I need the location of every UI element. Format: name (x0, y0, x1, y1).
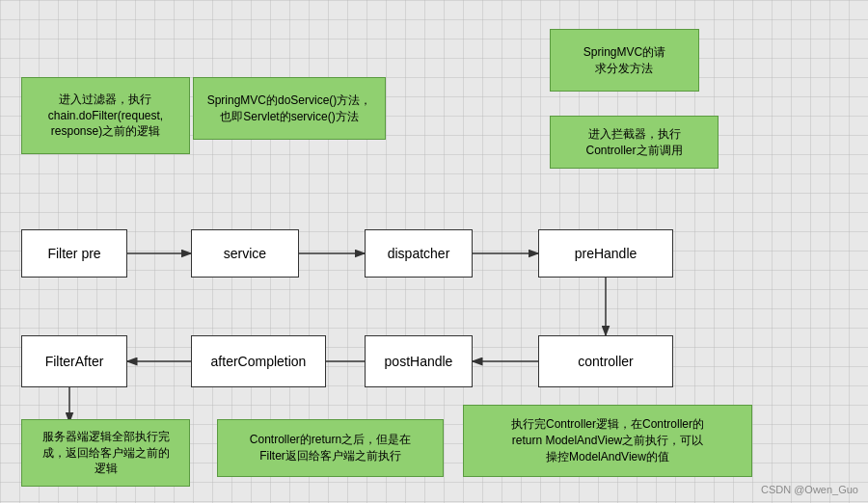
filter-pre-note: 进入过滤器，执行 chain.doFilter(request, respons… (21, 77, 190, 154)
filter-pre-box: Filter pre (21, 229, 127, 278)
dispatcher-note: SpringMVC的请 求分发方法 (550, 29, 699, 92)
dispatcher-box: dispatcher (365, 229, 473, 278)
filterafter-note: 服务器端逻辑全部执行完 成，返回给客户端之前的 逻辑 (21, 419, 190, 487)
watermark: CSDN @Owen_Guo (761, 484, 858, 495)
controller-box: controller (538, 335, 673, 387)
prehandle-note: 进入拦截器，执行 Controller之前调用 (550, 116, 719, 169)
posthandle-box: postHandle (365, 335, 473, 387)
controller-note: 执行完Controller逻辑，在Controller的 return Mode… (463, 405, 752, 477)
aftercompletion-box: afterCompletion (191, 335, 326, 387)
service-box: service (191, 229, 299, 278)
diagram-container: 进入过滤器，执行 chain.doFilter(request, respons… (0, 0, 868, 503)
service-note: SpringMVC的doService()方法， 也即Servlet的servi… (193, 77, 386, 140)
posthandle-note: Controller的return之后，但是在 Filter返回给客户端之前执行 (217, 419, 444, 477)
filterafter-box: FilterAfter (21, 335, 127, 387)
prehandle-box: preHandle (538, 229, 673, 278)
